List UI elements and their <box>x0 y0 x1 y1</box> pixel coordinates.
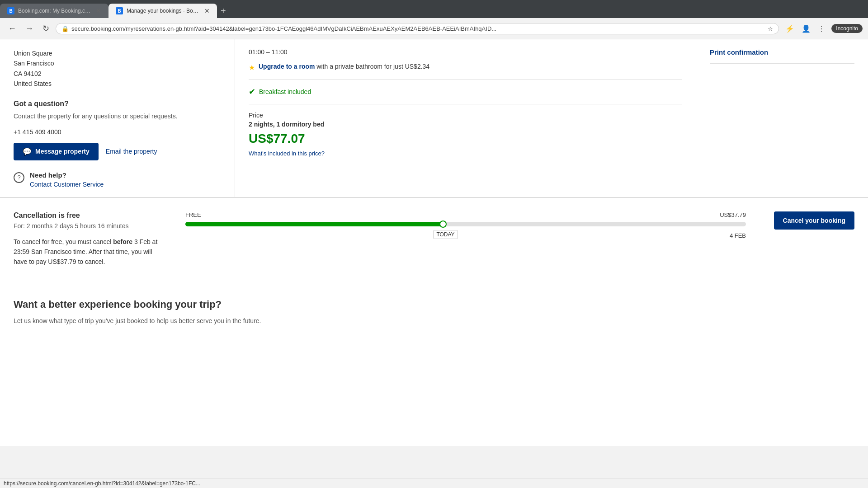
address-block: Union Square San Francisco CA 94102 Unit… <box>14 48 221 89</box>
top-area: Union Square San Francisco CA 94102 Unit… <box>0 39 868 197</box>
today-label: TODAY <box>433 230 458 239</box>
cancel-desc-before: To cancel for free, you must cancel <box>14 238 113 245</box>
cancel-desc: To cancel for free, you must cancel befo… <box>14 237 167 267</box>
cancel-booking-button[interactable]: Cancel your booking <box>774 211 854 230</box>
cancel-title: Cancellation is free <box>14 211 167 220</box>
price-nights: 2 nights, 1 dormitory bed <box>249 121 682 128</box>
extensions-button[interactable]: ⚡ <box>783 23 797 35</box>
question-title: Got a question? <box>14 100 221 108</box>
free-label: FREE <box>185 211 201 218</box>
help-content: Need help? Contact Customer Service <box>30 171 104 188</box>
incognito-badge: Incognito <box>831 24 863 33</box>
browser-chrome: B Booking.com: My Booking.com ✕ B Manage… <box>0 0 868 39</box>
upgrade-room-link[interactable]: Upgrade to a room <box>259 63 315 70</box>
upgrade-text-block: Upgrade to a room with a private bathroo… <box>259 63 429 70</box>
address-line-1: Union Square <box>14 48 221 58</box>
browser-tab-1[interactable]: B Booking.com: My Booking.com ✕ <box>0 4 108 18</box>
phone-number: +1 415 409 4000 <box>14 128 221 136</box>
print-confirmation-link[interactable]: Print confirmation <box>710 48 768 56</box>
breakfast-label: Breakfast included <box>259 88 311 95</box>
new-tab-button[interactable]: + <box>217 4 230 18</box>
timeline-bar-green <box>185 222 443 226</box>
breakfast-section: ✔ Breakfast included <box>249 87 682 97</box>
cancel-duration: For: 2 months 2 days 5 hours 16 minutes <box>14 222 167 230</box>
question-desc: Contact the property for any questions o… <box>14 112 221 121</box>
better-title: Want a better experience booking your tr… <box>14 299 854 310</box>
timeline-labels: FREE US$37.79 <box>185 211 746 218</box>
message-icon: 💬 <box>23 147 32 156</box>
better-section: Want a better experience booking your tr… <box>0 281 868 344</box>
lock-icon: 🔒 <box>61 25 69 32</box>
check-icon: ✔ <box>249 87 255 97</box>
cancel-info: Cancellation is free For: 2 months 2 day… <box>14 211 167 267</box>
customer-service-link[interactable]: Contact Customer Service <box>30 181 104 188</box>
address-line-2: San Francisco <box>14 58 221 68</box>
tab-favicon-2: B <box>116 7 123 14</box>
menu-button[interactable]: ⋮ <box>815 23 828 35</box>
cancel-timeline: FREE US$37.79 TODAY 4 FEB <box>185 211 746 253</box>
question-section: Got a question? Contact the property for… <box>14 100 221 160</box>
page-wrapper: Union Square San Francisco CA 94102 Unit… <box>0 39 868 446</box>
back-button[interactable]: ← <box>5 22 19 35</box>
divider-1 <box>249 79 682 80</box>
left-panel: Union Square San Francisco CA 94102 Unit… <box>0 39 235 197</box>
cancel-btn-area: Cancel your booking <box>764 211 854 230</box>
address-line-4: United States <box>14 79 221 89</box>
tab-title-1: Booking.com: My Booking.com <box>18 8 92 14</box>
right-divider <box>710 63 854 64</box>
message-property-button[interactable]: 💬 Message property <box>14 143 99 160</box>
browser-tab-2[interactable]: B Manage your bookings - Booki... ✕ <box>108 4 217 18</box>
timeline-bar-container: TODAY 4 FEB <box>185 222 746 226</box>
time-section: 01:00 – 11:00 <box>249 48 682 56</box>
star-bookmark-icon[interactable]: ☆ <box>768 25 773 32</box>
forward-button[interactable]: → <box>23 22 36 35</box>
star-icon: ★ <box>249 63 255 72</box>
upgrade-extra-text: with a private bathroom for just US$2.34 <box>316 63 429 70</box>
cancellation-section: Cancellation is free For: 2 months 2 day… <box>0 197 868 281</box>
tab-title-2: Manage your bookings - Booki... <box>127 8 201 14</box>
address-url: secure.booking.com/myreservations.en-gb.… <box>71 25 765 32</box>
content-area: Union Square San Francisco CA 94102 Unit… <box>0 39 868 344</box>
middle-panel: 01:00 – 11:00 ★ Upgrade to a room with a… <box>235 39 696 197</box>
better-desc: Let us know what type of trip you've jus… <box>14 316 854 326</box>
cancel-desc-bold: before <box>113 238 132 245</box>
browser-tabs: B Booking.com: My Booking.com ✕ B Manage… <box>0 0 868 18</box>
price-included-link[interactable]: What's included in this price? <box>249 150 325 157</box>
reload-button[interactable]: ↻ <box>40 22 52 35</box>
tab-close-1[interactable]: ✕ <box>96 7 101 14</box>
email-property-link[interactable]: Email the property <box>106 148 157 155</box>
address-bar[interactable]: 🔒 secure.booking.com/myreservations.en-g… <box>56 23 779 34</box>
address-line-3: CA 94102 <box>14 69 221 79</box>
tab-close-2[interactable]: ✕ <box>204 7 210 14</box>
fee-label: US$37.79 <box>720 211 746 218</box>
help-section: ? Need help? Contact Customer Service <box>14 171 221 188</box>
divider-2 <box>249 104 682 104</box>
help-icon: ? <box>14 172 24 183</box>
toolbar-icons: ⚡ 👤 ⋮ <box>783 23 828 35</box>
timeline-dot <box>439 221 447 228</box>
tab-favicon-1: B <box>7 7 14 14</box>
upgrade-section: ★ Upgrade to a room with a private bathr… <box>249 63 682 72</box>
price-amount: US$77.07 <box>249 131 682 146</box>
help-title: Need help? <box>30 171 104 179</box>
browser-toolbar: ← → ↻ 🔒 secure.booking.com/myreservation… <box>0 18 868 39</box>
profile-button[interactable]: 👤 <box>799 23 813 35</box>
message-btn-label: Message property <box>35 148 90 155</box>
right-panel: Print confirmation <box>696 39 868 197</box>
date-label: 4 FEB <box>730 232 746 239</box>
price-label: Price <box>249 112 682 119</box>
